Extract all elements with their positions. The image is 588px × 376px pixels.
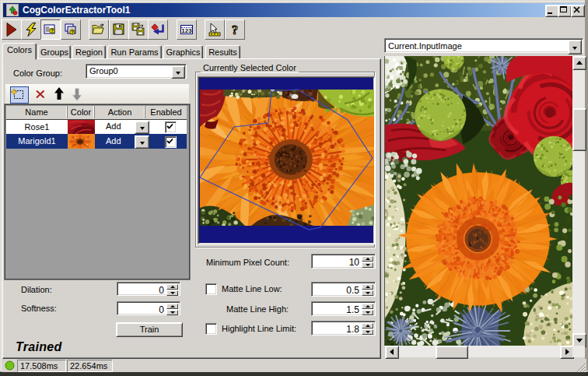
svg-text:?: ? (51, 28, 54, 33)
svg-text:?: ? (71, 30, 74, 35)
svg-text:?: ? (232, 23, 238, 37)
svg-text:123: 123 (181, 27, 192, 34)
